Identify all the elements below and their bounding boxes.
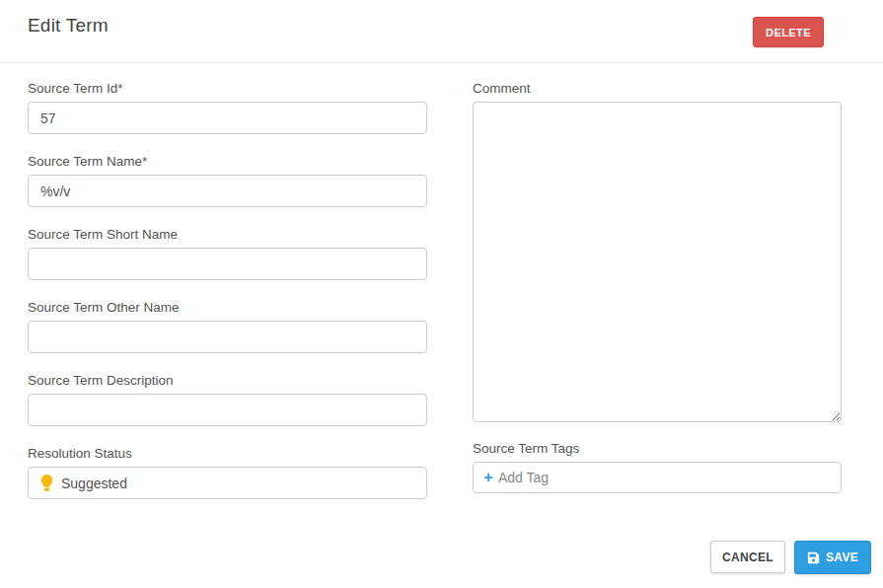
source-term-name-label: Source Term Name* <box>28 154 427 170</box>
source-term-tags-label: Source Term Tags <box>473 441 842 457</box>
comment-textarea[interactable] <box>473 102 842 422</box>
field-source-term-description: Source Term Description <box>28 373 427 426</box>
source-term-short-name-input[interactable] <box>28 248 427 280</box>
comment-label: Comment <box>473 81 842 97</box>
cancel-button[interactable]: CANCEL <box>710 541 785 573</box>
lightbulb-icon <box>40 475 53 491</box>
field-resolution-status: Resolution Status Suggested <box>28 446 427 499</box>
field-source-term-short-name: Source Term Short Name <box>28 227 427 280</box>
add-tag-button[interactable]: + Add Tag <box>473 462 842 493</box>
field-source-term-tags: Source Term Tags + Add Tag <box>473 441 842 493</box>
source-term-other-name-label: Source Term Other Name <box>28 300 427 316</box>
source-term-short-name-label: Source Term Short Name <box>28 227 427 243</box>
floppy-disk-icon <box>807 551 820 564</box>
source-term-id-label: Source Term Id* <box>28 81 427 97</box>
source-term-name-input[interactable] <box>28 175 427 207</box>
field-source-term-other-name: Source Term Other Name <box>28 300 427 353</box>
delete-button[interactable]: DELETE <box>753 17 824 47</box>
save-button-label: SAVE <box>826 551 858 564</box>
field-source-term-name: Source Term Name* <box>28 154 427 207</box>
resolution-status-select[interactable]: Suggested <box>28 467 427 499</box>
add-tag-label: Add Tag <box>498 470 549 485</box>
edit-term-page: Edit Term DELETE Source Term Id* Source … <box>0 0 883 588</box>
source-term-id-input[interactable] <box>28 102 427 134</box>
resolution-status-label: Resolution Status <box>28 446 427 462</box>
source-term-description-input[interactable] <box>28 394 427 426</box>
field-source-term-id: Source Term Id* <box>28 81 427 134</box>
plus-icon: + <box>483 469 493 485</box>
header-divider <box>0 62 883 63</box>
form-right-column: Comment Source Term Tags + Add Tag <box>473 81 842 493</box>
form-left-column: Source Term Id* Source Term Name* Source… <box>28 81 427 519</box>
source-term-other-name-input[interactable] <box>28 321 427 353</box>
page-title: Edit Term <box>28 15 109 37</box>
resolution-status-value: Suggested <box>61 476 127 491</box>
field-comment: Comment <box>473 81 842 422</box>
save-button[interactable]: SAVE <box>794 541 871 574</box>
source-term-description-label: Source Term Description <box>28 373 427 389</box>
